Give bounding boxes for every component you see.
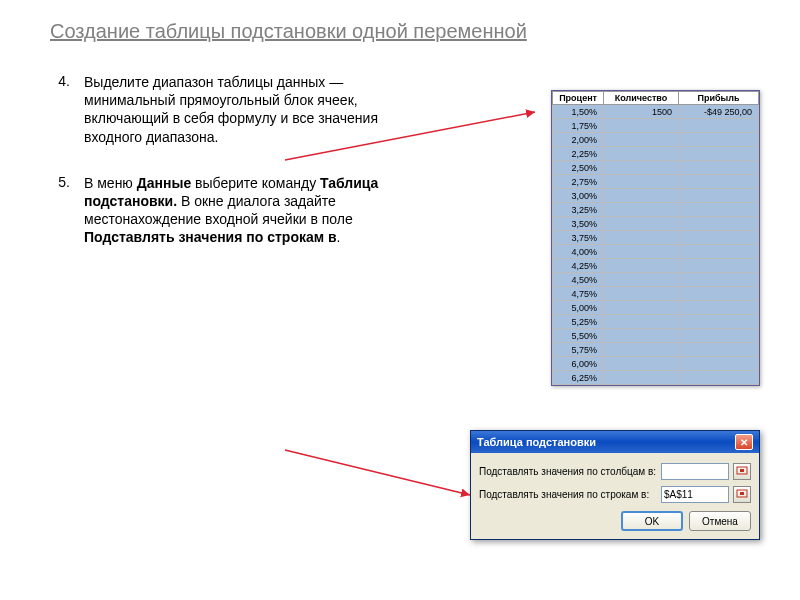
cell-percent: 4,75%: [553, 287, 604, 301]
cell-empty: [604, 273, 679, 287]
substitute-by-columns-label: Подставлять значения по столбцам в:: [479, 466, 657, 477]
item-number: 5.: [50, 174, 84, 247]
cell-empty: [679, 147, 759, 161]
table-row: 2,50%: [553, 161, 759, 175]
cell-empty: [679, 175, 759, 189]
cell-percent: 1,75%: [553, 119, 604, 133]
table-row: 5,50%: [553, 329, 759, 343]
cancel-button[interactable]: Отмена: [689, 511, 751, 531]
table-row: 3,25%: [553, 203, 759, 217]
text-column: 4. Выделите диапазон таблицы данных — ми…: [50, 73, 380, 275]
cell-empty: [604, 119, 679, 133]
table-row: 4,75%: [553, 287, 759, 301]
cell-empty: [679, 357, 759, 371]
table-row: 1,75%: [553, 119, 759, 133]
cell-empty: [604, 329, 679, 343]
cell-percent: 4,00%: [553, 245, 604, 259]
cell-percent: 2,75%: [553, 175, 604, 189]
cell-empty: [604, 245, 679, 259]
cell-empty: [604, 231, 679, 245]
table-row: 5,25%: [553, 315, 759, 329]
cell-profit: -$49 250,00: [679, 105, 759, 119]
cell-empty: [679, 301, 759, 315]
cell-empty: [604, 287, 679, 301]
cell-empty: [604, 301, 679, 315]
cell-empty: [679, 315, 759, 329]
cell-empty: [604, 189, 679, 203]
svg-rect-1: [740, 469, 744, 472]
cell-empty: [604, 371, 679, 385]
cell-qty: 1500: [604, 105, 679, 119]
ok-button[interactable]: OK: [621, 511, 683, 531]
cell-empty: [604, 175, 679, 189]
cell-empty: [604, 217, 679, 231]
slide-title: Создание таблицы подстановки одной перем…: [50, 20, 750, 43]
cell-empty: [679, 329, 759, 343]
table-row: 1,50% 1500 -$49 250,00: [553, 105, 759, 119]
dialog-titlebar: Таблица подстановки ✕: [471, 431, 759, 453]
col-header-percent: Процент: [553, 92, 604, 105]
table-row: 4,00%: [553, 245, 759, 259]
cell-percent: 5,00%: [553, 301, 604, 315]
table-row: 3,50%: [553, 217, 759, 231]
table-row: 5,75%: [553, 343, 759, 357]
table-row: 3,00%: [553, 189, 759, 203]
cell-empty: [604, 343, 679, 357]
cell-empty: [679, 189, 759, 203]
substitute-by-columns-input[interactable]: [661, 463, 729, 480]
cell-percent: 6,00%: [553, 357, 604, 371]
cell-percent: 5,75%: [553, 343, 604, 357]
close-icon[interactable]: ✕: [735, 434, 753, 450]
table-row: 5,00%: [553, 301, 759, 315]
table-row: 6,25%: [553, 371, 759, 385]
cell-empty: [679, 203, 759, 217]
cell-percent: 6,25%: [553, 371, 604, 385]
cell-percent: 3,25%: [553, 203, 604, 217]
cell-empty: [604, 133, 679, 147]
dialog-title: Таблица подстановки: [477, 436, 596, 448]
range-select-icon[interactable]: [733, 463, 751, 480]
cell-percent: 3,50%: [553, 217, 604, 231]
cell-empty: [679, 371, 759, 385]
substitute-by-rows-label: Подставлять значения по строкам в:: [479, 489, 657, 500]
cell-percent: 1,50%: [553, 105, 604, 119]
substitution-table-dialog: Таблица подстановки ✕ Подставлять значен…: [470, 430, 760, 540]
cell-percent: 2,00%: [553, 133, 604, 147]
cell-empty: [679, 245, 759, 259]
table-row: 4,25%: [553, 259, 759, 273]
cell-empty: [604, 161, 679, 175]
cell-percent: 5,25%: [553, 315, 604, 329]
table-row: 2,00%: [553, 133, 759, 147]
cell-empty: [679, 217, 759, 231]
cell-empty: [679, 119, 759, 133]
arrow-to-dialog: [275, 440, 485, 520]
cell-empty: [679, 287, 759, 301]
item-text: В меню Данные выберите команду Таблица п…: [84, 174, 380, 247]
svg-line-5: [285, 450, 470, 495]
cell-percent: 3,00%: [553, 189, 604, 203]
cell-empty: [604, 147, 679, 161]
cell-percent: 4,25%: [553, 259, 604, 273]
item-text: Выделите диапазон таблицы данных — миним…: [84, 73, 380, 146]
excel-screenshot: Процент Количество Прибыль 1,50% 1500 -$…: [551, 90, 760, 386]
cell-empty: [679, 161, 759, 175]
cell-empty: [679, 231, 759, 245]
svg-rect-3: [740, 492, 744, 495]
list-item-5: 5. В меню Данные выберите команду Таблиц…: [50, 174, 380, 247]
item-number: 4.: [50, 73, 84, 146]
range-select-icon[interactable]: [733, 486, 751, 503]
cell-empty: [604, 203, 679, 217]
table-row: 6,00%: [553, 357, 759, 371]
cell-empty: [679, 133, 759, 147]
table-row: 2,75%: [553, 175, 759, 189]
cell-empty: [604, 315, 679, 329]
table-row: 4,50%: [553, 273, 759, 287]
cell-percent: 5,50%: [553, 329, 604, 343]
table-row: 3,75%: [553, 231, 759, 245]
cell-percent: 2,25%: [553, 147, 604, 161]
substitute-by-rows-input[interactable]: [661, 486, 729, 503]
list-item-4: 4. Выделите диапазон таблицы данных — ми…: [50, 73, 380, 146]
cell-empty: [679, 273, 759, 287]
cell-empty: [604, 357, 679, 371]
col-header-profit: Прибыль: [679, 92, 759, 105]
